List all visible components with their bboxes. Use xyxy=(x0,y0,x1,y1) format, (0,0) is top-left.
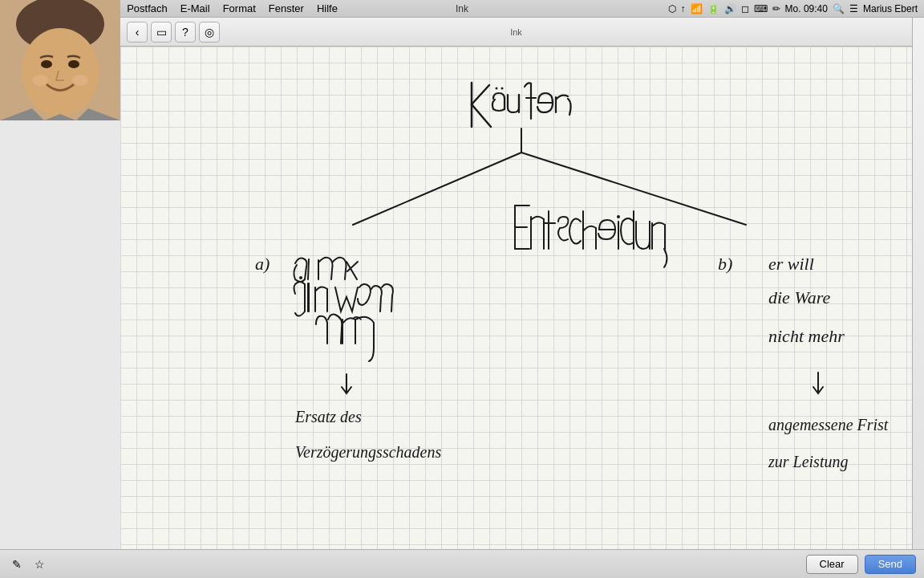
pen-icon: ✏ xyxy=(772,3,780,14)
screen-icon: ◻ xyxy=(741,3,749,14)
send-button[interactable]: Send xyxy=(865,555,916,574)
toolbar: ‹ ▭ ? ◎ Ink xyxy=(120,18,912,47)
svg-point-6 xyxy=(72,75,88,86)
svg-text:Verzögerungsschadens: Verzögerungsschadens xyxy=(295,443,441,462)
canvas-area[interactable]: a) Ersatz de xyxy=(120,47,912,549)
svg-point-4 xyxy=(68,60,79,68)
clock-time: Mo. 09:40 xyxy=(785,3,828,14)
svg-point-10 xyxy=(617,215,620,218)
star-icon[interactable]: ☆ xyxy=(30,556,48,573)
svg-text:die Ware: die Ware xyxy=(768,287,830,307)
svg-point-5 xyxy=(32,75,48,86)
svg-text:er will: er will xyxy=(768,254,814,274)
bottom-right-buttons: Clear Send xyxy=(806,555,924,574)
svg-point-12 xyxy=(299,276,302,279)
menubar-right: ⬡ ↑ 📶 🔋 🔊 ◻ ⌨ ✏ Mo. 09:40 🔍 ☰ Marius Ebe… xyxy=(668,3,924,14)
avatar-image xyxy=(0,0,120,120)
back-button[interactable]: ‹ xyxy=(127,22,148,43)
menubar-title: Ink xyxy=(456,3,468,14)
ink-drawing: a) Ersatz de xyxy=(120,47,912,549)
svg-point-8 xyxy=(496,88,498,90)
svg-text:Ersatz des: Ersatz des xyxy=(294,408,362,425)
keyboard-icon: ⌨ xyxy=(754,3,768,14)
bottom-left-icons: ✎ ☆ xyxy=(0,556,48,573)
menu-postfach[interactable]: Postfach xyxy=(120,0,174,18)
avatar-svg xyxy=(0,0,120,120)
menu-hilfe[interactable]: Hilfe xyxy=(310,0,344,18)
menu-format[interactable]: Format xyxy=(217,0,262,18)
settings-button[interactable]: ◎ xyxy=(199,22,220,43)
search-icon[interactable]: 🔍 xyxy=(833,3,845,14)
svg-point-2 xyxy=(22,28,99,116)
avatar-panel xyxy=(0,0,120,120)
wifi-icon: 📶 xyxy=(691,3,703,14)
edit-icon[interactable]: ✎ xyxy=(8,556,26,573)
svg-point-3 xyxy=(41,60,52,68)
svg-text:a): a) xyxy=(255,254,270,274)
svg-text:zur Leistung: zur Leistung xyxy=(768,453,848,471)
dropbox-icon: ⬡ xyxy=(668,3,676,14)
bottom-bar: ✎ ☆ Clear Send xyxy=(0,549,924,578)
username: Marius Ebert xyxy=(863,3,918,14)
page-button[interactable]: ▭ xyxy=(151,22,172,43)
toolbar-title: Ink xyxy=(510,27,522,37)
menubar: Arbeiten Darstellung Postfach E-Mail For… xyxy=(0,0,924,18)
menu-fenster[interactable]: Fenster xyxy=(262,0,310,18)
list-icon[interactable]: ☰ xyxy=(849,3,858,14)
speaker-icon: 🔊 xyxy=(724,3,736,14)
upload-icon: ↑ xyxy=(681,3,686,14)
help-button[interactable]: ? xyxy=(175,22,196,43)
svg-text:angemessene Frist: angemessene Frist xyxy=(768,416,889,434)
battery-icon: 🔋 xyxy=(707,3,719,14)
svg-text:nicht mehr: nicht mehr xyxy=(768,326,845,346)
side-panel xyxy=(912,18,924,549)
clear-button[interactable]: Clear xyxy=(806,555,858,574)
svg-point-9 xyxy=(501,88,504,90)
svg-text:b): b) xyxy=(718,254,732,274)
menu-email[interactable]: E-Mail xyxy=(174,0,217,18)
